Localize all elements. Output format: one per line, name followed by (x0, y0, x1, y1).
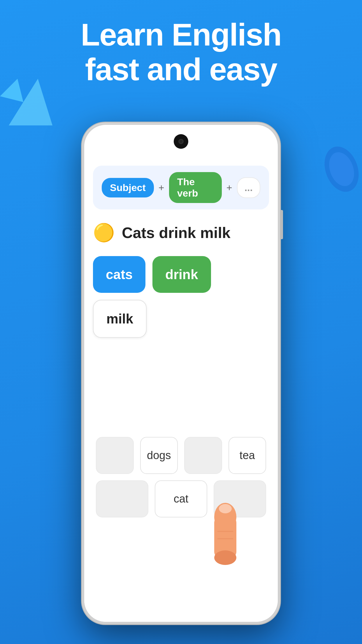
plus1: + (159, 182, 164, 193)
deco-right (321, 140, 362, 198)
word-card-milk[interactable]: milk (93, 300, 147, 338)
sentence-text: Cats drink milk (122, 224, 231, 242)
bottom-card-empty-3[interactable] (96, 480, 148, 517)
phone-side-button (281, 210, 283, 239)
word-card-cats[interactable]: cats (93, 256, 145, 293)
camera-dot (178, 139, 184, 144)
hero-line2: fast and easy (17, 52, 345, 87)
finger-cursor (196, 494, 254, 569)
verb-tag[interactable]: The verb (169, 172, 222, 203)
bottom-card-empty-1[interactable] (96, 437, 134, 474)
bottom-card-tea[interactable]: tea (229, 437, 266, 474)
plus2: + (226, 182, 232, 193)
word-card-drink[interactable]: drink (152, 256, 211, 293)
sentence-row: 🟡 Cats drink milk (93, 224, 269, 242)
bottom-card-dogs[interactable]: dogs (140, 437, 178, 474)
svg-point-7 (219, 504, 232, 513)
bottom-grid-row1: dogs tea (93, 437, 269, 474)
sentence-emoji: 🟡 (93, 224, 115, 242)
phone-frame: Subject + The verb + ... 🟡 Cats drink mi… (82, 123, 280, 624)
phone-mockup: Subject + The verb + ... 🟡 Cats drink mi… (82, 123, 280, 624)
bottom-card-empty-2[interactable] (184, 437, 222, 474)
camera-cutout (174, 134, 188, 149)
hero-title: Learn English fast and easy (0, 18, 362, 87)
subject-tag[interactable]: Subject (102, 178, 154, 197)
svg-point-6 (214, 550, 236, 565)
phone-inner: Subject + The verb + ... 🟡 Cats drink mi… (84, 125, 278, 622)
hero-line1: Learn English (17, 18, 345, 52)
word-cards: cats drink milk (93, 256, 269, 338)
dots-tag[interactable]: ... (237, 177, 260, 198)
content-spacer (93, 355, 269, 437)
grammar-bar: Subject + The verb + ... (93, 166, 269, 209)
